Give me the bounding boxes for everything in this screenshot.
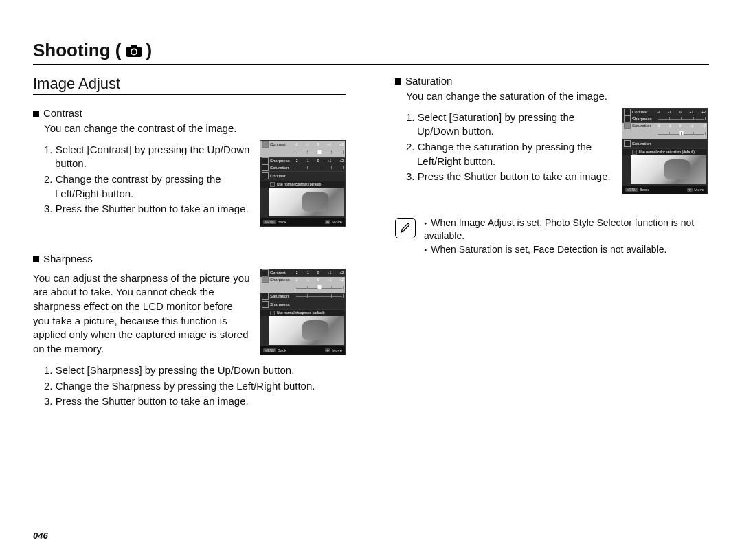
saturation-section: Saturation You can change the saturation… — [395, 75, 708, 194]
lcd-selected: Contrast — [270, 174, 293, 178]
list-item: 1. Select [Contrast] by pressing the Up/… — [44, 143, 251, 171]
lcd-mock-contrast: Contrast -2-10+1+2 Sharpness -2-10+1+2 S… — [260, 140, 346, 227]
left-column: Image Adjust Contrast You can change the… — [33, 75, 346, 410]
list-item: 3. Press the Shutter button to take an i… — [44, 202, 251, 216]
lcd-mock-saturation: Contrast -2-10+1+2 Sharpness Saturation … — [622, 108, 708, 194]
list-item: 3. Press the Shutter button to take an i… — [406, 170, 614, 184]
dpad-icon: ✥ — [325, 220, 330, 224]
note-item: When Saturation is set, Face Detection i… — [424, 243, 708, 257]
lcd-item-label: Contrast — [270, 142, 293, 146]
saturation-desc: You can change the saturation of the ima… — [406, 89, 708, 104]
saturation-steps: 1. Select [Saturation] by pressing the U… — [406, 111, 614, 184]
checkbox-icon — [270, 182, 275, 187]
svg-rect-1 — [131, 45, 137, 48]
sharpness-heading: Sharpness — [33, 253, 346, 265]
note-item: When Image Adjust is set, Photo Style Se… — [424, 216, 708, 243]
lcd-back: Back — [278, 220, 286, 224]
list-item: 1. Select [Saturation] by pressing the U… — [406, 111, 614, 139]
chapter-title-suffix: ) — [146, 40, 153, 61]
page-number: 046 — [33, 530, 48, 541]
contrast-heading: Contrast — [33, 107, 346, 119]
square-bullet-icon — [33, 256, 39, 262]
sharpness-section: Sharpness You can adjust the sharpness o… — [33, 253, 346, 409]
contrast-steps: 1. Select [Contrast] by pressing the Up/… — [44, 143, 251, 216]
note-icon — [395, 218, 416, 238]
chapter-title: Shooting ( ) — [33, 40, 709, 65]
sharpness-steps: 1. Select [Sharpness] by pressing the Up… — [44, 363, 346, 409]
contrast-desc: You can change the contrast of the image… — [44, 122, 346, 136]
svg-point-3 — [131, 49, 136, 54]
list-item: 3. Press the Shutter button to take an i… — [44, 394, 346, 409]
saturation-heading-text: Saturation — [405, 75, 452, 87]
lcd-scale-labels: -2-10+1+2 — [295, 142, 344, 146]
lcd-hint: Use normal contrast (default) — [277, 182, 321, 186]
camera-icon — [126, 44, 142, 58]
list-item: 2. Change the Sharpness by pressing the … — [44, 379, 346, 394]
list-item: 2. Change the contrast by pressing the L… — [44, 172, 251, 201]
sharpness-desc: You can adjust the sharpness of the pict… — [33, 271, 251, 357]
content-columns: Image Adjust Contrast You can change the… — [33, 75, 709, 410]
list-item: 1. Select [Sharpness] by pressing the Up… — [44, 363, 346, 378]
square-bullet-icon — [395, 78, 401, 85]
manual-page: Shooting ( ) Image Adjust Contrast You c… — [0, 0, 742, 560]
saturation-heading: Saturation — [395, 75, 708, 87]
lcd-move: Move — [332, 220, 342, 224]
lcd-preview — [269, 188, 344, 216]
list-item: 2. Change the saturation by pressing the… — [406, 140, 614, 168]
chapter-title-prefix: Shooting ( — [33, 40, 122, 61]
right-column: Saturation You can change the saturation… — [395, 75, 708, 410]
section-title: Image Adjust — [33, 75, 346, 95]
note-list: When Image Adjust is set, Photo Style Se… — [424, 216, 708, 257]
menu-tag: MENU — [263, 220, 276, 224]
contrast-heading-text: Contrast — [43, 107, 82, 119]
sharpness-heading-text: Sharpness — [43, 253, 93, 265]
note-box: When Image Adjust is set, Photo Style Se… — [395, 216, 708, 257]
lcd-mock-sharpness: Contrast -2-10+1+2 Sharpness -2-10+1+2 S… — [260, 269, 346, 355]
menu-icon — [262, 141, 269, 148]
contrast-section: Contrast You can change the contrast of … — [33, 107, 346, 227]
square-bullet-icon — [33, 111, 39, 117]
